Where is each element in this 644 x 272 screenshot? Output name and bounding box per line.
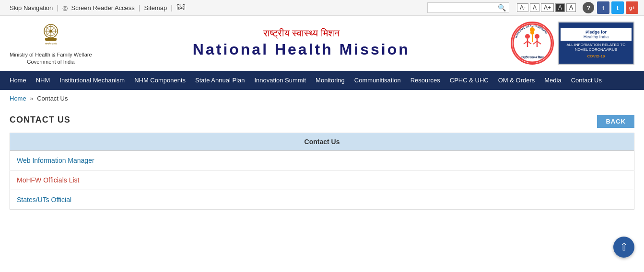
help-button[interactable]: ? (583, 2, 594, 13)
nav-item-institutional-mechanism[interactable]: Institutional Mechanism (55, 71, 129, 90)
search-input[interactable] (430, 4, 497, 11)
font-normal-button[interactable]: A (530, 3, 539, 12)
nav-item-cphc-uhc[interactable]: CPHC & UHC (445, 71, 493, 90)
contact-row-states-uts: States/UTs Official (10, 190, 634, 209)
font-increase-button[interactable]: A+ (541, 3, 554, 12)
header: सत्यमेव जयते Ministry of Health & Family… (0, 16, 644, 71)
header-center: राष्ट्रीय स्वास्थ्य मिशन National Health… (92, 28, 511, 58)
nhm-logo: राष्ट्रीय स्वास्थ्य मिशन NATIONAL HEALTH… (511, 22, 554, 65)
skip-navigation-link[interactable]: Skip Navigation (6, 4, 57, 11)
contact-link-mohfw[interactable]: MoHFW Officials List (17, 176, 79, 184)
nav-item-innovation-summit[interactable]: Innovation Summit (249, 71, 311, 90)
hindi-link[interactable]: हिंदी (173, 4, 189, 11)
contact-table-header: Contact Us (10, 133, 634, 150)
contact-link-web-info[interactable]: Web Information Manager (17, 157, 94, 164)
hindi-title: राष्ट्रीय स्वास्थ्य मिशन (92, 28, 511, 39)
logo-area: सत्यमेव जयते Ministry of Health & Family… (10, 21, 92, 66)
nav-item-monitoring[interactable]: Monitoring (311, 71, 350, 90)
covid-banner: Pledge for Healthy India ALL INFORMATION… (558, 22, 634, 65)
svg-rect-8 (45, 38, 57, 41)
emblem-logo: सत्यमेव जयते (36, 21, 65, 49)
googleplus-icon[interactable]: g+ (626, 1, 638, 14)
main-nav: HomeNHMInstitutional MechanismNHM Compon… (0, 71, 644, 90)
nav-item-nhm[interactable]: NHM (31, 71, 55, 90)
nav-item-nhm-components[interactable]: NHM Components (129, 71, 190, 90)
ministry-text: Ministry of Health & Family Welfare Gove… (10, 51, 92, 66)
contact-row-mohfw: MoHFW Officials List (10, 170, 634, 190)
sitemap-link[interactable]: Sitemap (140, 4, 171, 11)
font-size-controls: A- A A+ A A (517, 3, 576, 12)
screen-reader-icon: ◎ (62, 4, 68, 11)
svg-text:सत्यमेव जयते: सत्यमेव जयते (45, 42, 57, 45)
font-decrease-button[interactable]: A- (517, 3, 528, 12)
svg-point-21 (530, 27, 535, 32)
nav-item-state-annual-plan[interactable]: State Annual Plan (190, 71, 249, 90)
header-right: राष्ट्रीय स्वास्थ्य मिशन NATIONAL HEALTH… (511, 22, 634, 65)
social-icons: f t g+ (597, 1, 638, 14)
svg-text:राष्ट्रीय स्वास्थ्य मिशन: राष्ट्रीय स्वास्थ्य मिशन (521, 56, 543, 59)
nav-item-om-orders[interactable]: OM & Orders (493, 71, 540, 90)
screen-reader-link[interactable]: ◎ Screen Reader Access (59, 4, 139, 11)
contact-table: Contact Us Web Information ManagerMoHFW … (10, 133, 634, 210)
nav-item-media[interactable]: Media (539, 71, 566, 90)
main-title: National Health Mission (92, 41, 511, 58)
back-button[interactable]: BACK (597, 115, 634, 128)
breadcrumb-home[interactable]: Home (10, 95, 26, 102)
breadcrumb-separator: » (30, 95, 33, 102)
search-button[interactable]: 🔍 (497, 4, 507, 11)
contact-row-web-info: Web Information Manager (10, 150, 634, 170)
page-title: CONTACT US (10, 115, 634, 125)
nav-item-resources[interactable]: Resources (406, 71, 445, 90)
font-inverted-button[interactable]: A (566, 3, 576, 12)
twitter-icon[interactable]: t (611, 1, 624, 14)
breadcrumb: Home » Contact Us (0, 90, 644, 107)
svg-point-11 (525, 34, 530, 39)
nav-item-home[interactable]: Home (5, 71, 31, 90)
main-content: CONTACT US BACK Contact Us Web Informati… (0, 107, 644, 217)
font-high-contrast-button[interactable]: A (555, 3, 565, 12)
breadcrumb-current: Contact Us (37, 95, 68, 102)
svg-point-15 (535, 34, 539, 39)
contact-link-states-uts[interactable]: States/UTs Official (17, 196, 71, 204)
nav-item-communitisation[interactable]: Communitisation (350, 71, 406, 90)
nav-item-contact-us[interactable]: Contact Us (566, 71, 607, 90)
top-bar: Skip Navigation | ◎ Screen Reader Access… (0, 0, 644, 16)
facebook-icon[interactable]: f (597, 1, 609, 14)
search-box: 🔍 (427, 2, 509, 13)
